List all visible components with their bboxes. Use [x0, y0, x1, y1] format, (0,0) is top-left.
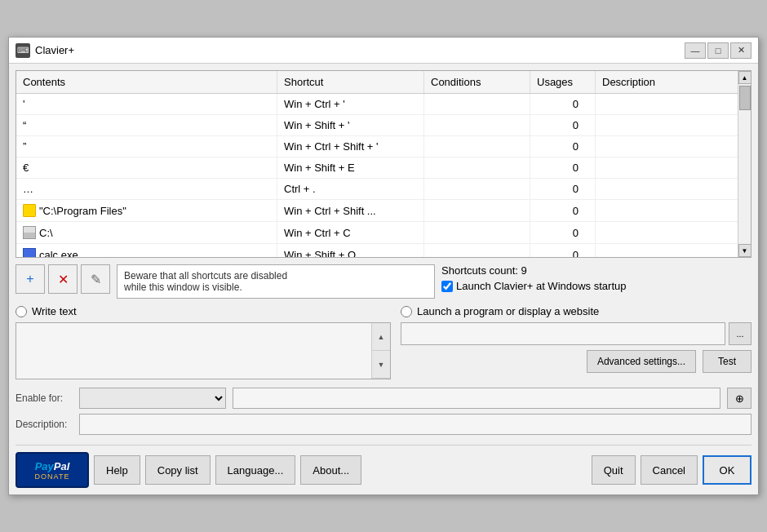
shortcuts-count: Shortcuts count: 9 — [441, 264, 751, 277]
cancel-button[interactable]: Cancel — [641, 455, 698, 485]
cell-conditions-5 — [424, 200, 530, 221]
cell-desc-3 — [596, 157, 751, 178]
help-button[interactable]: Help — [94, 455, 140, 485]
right-options: Launch a program or display a website ..… — [401, 305, 751, 379]
paypal-pay-text: Pay — [35, 460, 54, 472]
write-text-area-container: ▲ ▼ — [16, 322, 391, 379]
cell-desc-0 — [596, 94, 751, 114]
cell-contents-3: € — [16, 157, 277, 178]
advanced-settings-button[interactable]: Advanced settings... — [587, 350, 696, 373]
cell-contents-0: ' — [16, 94, 277, 114]
launch-startup-row: Launch Clavier+ at Windows startup — [441, 280, 751, 292]
description-row: Description: — [16, 414, 751, 435]
paypal-donate-button[interactable]: PayPal DONATE — [16, 452, 89, 488]
program-radio-group: Launch a program or display a website — [401, 305, 751, 317]
scroll-up-button[interactable]: ▲ — [738, 71, 751, 84]
cell-contents-5: "C:\Program Files" — [16, 200, 277, 221]
app-icon-row — [23, 248, 36, 257]
title-bar: ⌨ Clavier+ — □ ✕ — [9, 38, 758, 64]
add-button[interactable]: + — [16, 264, 45, 294]
test-button[interactable]: Test — [703, 350, 751, 373]
title-bar-left: ⌨ Clavier+ — [16, 43, 74, 58]
browse-button[interactable]: ... — [729, 322, 751, 345]
enable-for-text-input[interactable] — [233, 388, 720, 409]
cell-usages-2: 0 — [530, 136, 596, 157]
delete-button[interactable]: ✕ — [48, 264, 78, 294]
table-row[interactable]: calc.exe Win + Shift + Q 0 — [16, 244, 751, 257]
main-content: Contents Shortcut Conditions Usages Desc… — [9, 64, 758, 494]
write-text-radio-group: Write text — [16, 305, 391, 317]
cell-desc-5 — [596, 200, 751, 221]
header-shortcut: Shortcut — [277, 71, 424, 93]
cell-shortcut-5: Win + Ctrl + Shift ... — [277, 200, 424, 221]
warning-message: Beware that all shortcuts are disabled w… — [124, 270, 287, 293]
target-button[interactable]: ⊕ — [727, 388, 751, 409]
table-row[interactable]: … Ctrl + . 0 — [16, 179, 751, 200]
quit-button[interactable]: Quit — [592, 455, 636, 485]
program-input[interactable] — [401, 322, 725, 345]
program-radio-label: Launch a program or display a website — [417, 305, 599, 317]
header-usages: Usages — [530, 71, 596, 93]
cell-usages-3: 0 — [530, 157, 596, 178]
header-conditions: Conditions — [424, 71, 530, 93]
drive-icon — [23, 226, 36, 239]
copy-list-button[interactable]: Copy list — [145, 455, 211, 485]
program-radio[interactable] — [401, 306, 412, 317]
enable-for-row: Enable for: ⊕ — [16, 388, 751, 409]
action-buttons: + ✕ ✎ — [16, 264, 110, 294]
cell-contents-1: “ — [16, 115, 277, 135]
write-text-input[interactable] — [16, 323, 371, 379]
text-scroll-down-button[interactable]: ▼ — [372, 351, 390, 379]
write-text-label: Write text — [32, 305, 77, 317]
text-scroll-up-button[interactable]: ▲ — [372, 323, 390, 351]
cell-contents-2: ” — [16, 136, 277, 157]
table-row[interactable]: € Win + Shift + E 0 — [16, 157, 751, 179]
write-text-radio[interactable] — [16, 306, 27, 317]
enable-for-label: Enable for: — [16, 392, 73, 404]
cell-usages-7: 0 — [530, 244, 596, 257]
description-input[interactable] — [79, 414, 751, 435]
cell-conditions-3 — [424, 157, 530, 178]
cell-desc-7 — [596, 244, 751, 257]
table-row[interactable]: ” Win + Ctrl + Shift + ' 0 — [16, 136, 751, 157]
paypal-pal-text: Pal — [54, 460, 70, 472]
cell-usages-4: 0 — [530, 179, 596, 199]
cell-desc-4 — [596, 179, 751, 199]
scroll-thumb[interactable] — [739, 86, 751, 110]
cell-shortcut-3: Win + Shift + E — [277, 157, 424, 178]
cell-shortcut-1: Win + Shift + ' — [277, 115, 424, 135]
cell-conditions-0 — [424, 94, 530, 114]
about-button[interactable]: About... — [300, 455, 361, 485]
table-row[interactable]: C:\ Win + Ctrl + C 0 — [16, 222, 751, 244]
enable-for-dropdown[interactable] — [79, 388, 226, 409]
cell-shortcut-0: Win + Ctrl + ' — [277, 94, 424, 114]
cell-conditions-4 — [424, 179, 530, 199]
language-button[interactable]: Language... — [215, 455, 296, 485]
table-row[interactable]: “ Win + Shift + ' 0 — [16, 115, 751, 136]
cell-shortcut-6: Win + Ctrl + C — [277, 222, 424, 243]
cell-usages-6: 0 — [530, 222, 596, 243]
cell-shortcut-2: Win + Ctrl + Shift + ' — [277, 136, 424, 157]
table-row[interactable]: ' Win + Ctrl + ' 0 — [16, 94, 751, 115]
maximize-button[interactable]: □ — [707, 42, 729, 59]
minimize-button[interactable]: — — [685, 42, 706, 59]
launch-startup-checkbox[interactable] — [441, 281, 453, 292]
app-icon: ⌨ — [16, 43, 30, 58]
controls-row: + ✕ ✎ Beware that all shortcuts are disa… — [16, 264, 751, 299]
cell-conditions-6 — [424, 222, 530, 243]
title-controls: — □ ✕ — [685, 42, 751, 59]
ok-button[interactable]: OK — [703, 455, 751, 485]
paypal-logo: PayPal — [35, 460, 70, 472]
edit-button[interactable]: ✎ — [81, 264, 110, 294]
cell-contents-6: C:\ — [16, 222, 277, 243]
table-row[interactable]: "C:\Program Files" Win + Ctrl + Shift ..… — [16, 200, 751, 222]
cell-desc-1 — [596, 115, 751, 135]
close-button[interactable]: ✕ — [730, 42, 751, 59]
scroll-track[interactable] — [738, 84, 751, 244]
scroll-down-button[interactable]: ▼ — [738, 244, 751, 257]
shortcuts-table: Contents Shortcut Conditions Usages Desc… — [16, 70, 751, 258]
text-area-scroll-buttons: ▲ ▼ — [371, 323, 390, 379]
table-scrollbar[interactable]: ▲ ▼ — [738, 71, 751, 257]
cell-desc-6 — [596, 222, 751, 243]
program-input-row: ... — [401, 322, 751, 345]
